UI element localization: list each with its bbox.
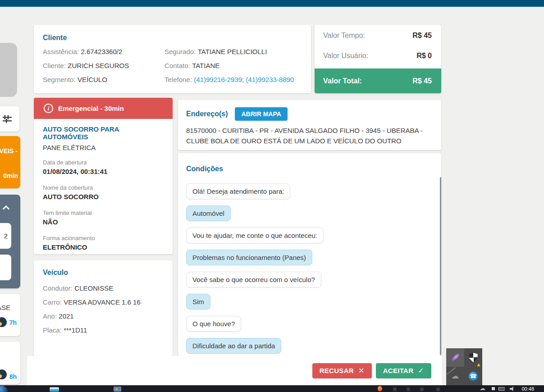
tray-pen-item[interactable] <box>446 348 464 367</box>
chat-bubble: Vou te ajudar, me conte o que aconteceu: <box>186 228 324 243</box>
address-card: Endereço(s) ABRIR MAPA 81570000 - CURITI… <box>178 100 441 150</box>
tray-defender-item[interactable]: ▲ <box>464 348 482 367</box>
tray-cloud-icon[interactable]: ☁ <box>480 385 485 392</box>
vertical-scrollbar[interactable] <box>440 177 441 355</box>
taskbar-browser-icon[interactable] <box>0 386 8 392</box>
sidebar-service-time: 0min <box>3 172 18 179</box>
info-icon: i <box>44 104 53 113</box>
service-card: AUTO SOCORRO PARA AUTOMÓVEIS PANE ELÉTRI… <box>34 119 173 254</box>
moon-icon <box>0 374 2 378</box>
warning-icon: ▲ <box>476 362 481 367</box>
chat-bubble: Problemas no funcionamento (Panes) <box>186 250 312 265</box>
chat-bubble: O que houve? <box>186 316 241 332</box>
address-card-title: Endereço(s) <box>186 110 228 118</box>
taskbar-tray-icon[interactable] <box>436 387 440 391</box>
taskbar-flame-icon[interactable] <box>377 386 383 392</box>
service-subtitle: PANE ELÉTRICA <box>43 144 164 151</box>
address-text: 81570000 - CURITIBA - PR - AVENIDA SALGA… <box>186 125 433 146</box>
conditions-card-title: Condições <box>186 165 433 173</box>
tray-overflow-flyout: ▲ ☁ ☎ <box>446 348 482 385</box>
tray-square-icon[interactable] <box>492 387 495 390</box>
open-map-button[interactable]: ABRIR MAPA <box>235 107 287 121</box>
vehicle-card-title: Veículo <box>43 269 164 277</box>
sidebar-service-text: VEIS - <box>0 147 18 155</box>
assistance-field: Assistência: 2.67423360/2 <box>43 48 165 56</box>
pen-icon <box>450 353 460 361</box>
vehicle-field: Condutor: CLEONISSE <box>43 284 164 292</box>
service-title: AUTO SOCORRO PARA AUTOMÓVEIS <box>43 125 164 141</box>
check-icon: ✓ <box>418 366 424 375</box>
sidebar-filter-button[interactable] <box>0 106 19 132</box>
vehicle-card: Veículo Condutor: CLEONISSE Carro: VERSA… <box>34 260 173 356</box>
taskbar-explorer-icon[interactable] <box>114 387 121 392</box>
taskbar-tray-icon[interactable] <box>393 387 397 391</box>
client-card-title: Cliente <box>43 34 302 42</box>
sidebar-item-case-2[interactable]: 8h <box>0 342 20 384</box>
chat-bubble: Dificuldade ao dar a partida <box>186 338 281 354</box>
filter-icon <box>2 114 13 124</box>
screen: VEIS - 0min 2 ASE 7h 8h Cliente Assistên… <box>0 0 544 392</box>
close-icon: ✕ <box>358 366 365 375</box>
avatar <box>0 369 7 379</box>
segment-field: Segmento: VEÍCULO <box>43 76 165 84</box>
phone-field: Telefone: (41)99216-2939; (41)99233-8890 <box>165 76 302 84</box>
taskbar-tray-icon[interactable] <box>420 387 424 391</box>
values-card: Valor Tempo: R$ 45 Valor Usuário: R$ 0 V… <box>315 25 441 93</box>
insured-field: Segurado: TATIANE PELLICIOLLI <box>165 48 302 56</box>
client-card: Cliente Assistência: 2.67423360/2 Client… <box>34 25 311 93</box>
action-footer: RECUSAR ✕ ACEITAR ✓ <box>27 356 442 385</box>
taskbar: ☁ 00:48 <box>0 385 544 392</box>
moon-icon <box>0 322 2 326</box>
chevron-up-icon <box>3 205 10 213</box>
vehicle-field: Ano: 2021 <box>43 312 164 320</box>
case-time-badge: 8h <box>9 373 17 380</box>
refuse-button[interactable]: RECUSAR ✕ <box>312 363 372 378</box>
value-user-row: Valor Usuário: R$ 0 <box>315 46 441 65</box>
client-field: Cliente: ZURICH SEGUROS <box>43 62 165 70</box>
accept-button[interactable]: ACEITAR ✓ <box>376 363 431 378</box>
contact-field: Contato: TATIANE <box>165 62 302 70</box>
sidebar-item-active-service[interactable]: VEIS - 0min <box>0 136 20 188</box>
chat-bubble: Você sabe o que ocorreu com o veículo? <box>186 272 321 287</box>
cloud-off-icon: ☁ <box>452 372 459 380</box>
taskbar-tray-icon[interactable] <box>407 387 410 391</box>
case-label: ASE <box>0 304 10 311</box>
service-field: Tem limite material NÃO <box>43 210 164 226</box>
shield-icon <box>469 353 478 362</box>
chat-bubble: Olá! Deseja atendimento para: <box>186 183 290 199</box>
sidebar-queue-panel[interactable]: 2 <box>0 195 20 288</box>
avatar <box>0 317 7 327</box>
value-total-row: Valor Total: R$ 45 <box>315 68 441 93</box>
tray-phone-item[interactable]: ☎ <box>464 367 482 385</box>
service-field: Data de abertura 01/08/2024, 00:31:41 <box>43 159 164 175</box>
taskbar-app-icon[interactable] <box>50 387 59 392</box>
phone-icon: ☎ <box>469 372 478 381</box>
tray-keyboard-icon[interactable] <box>498 387 505 391</box>
phone-link[interactable]: (41)99216-2939; (41)99233-8890 <box>194 76 294 83</box>
sidebar-collapsed-panel <box>0 43 17 97</box>
tray-speaker-icon[interactable] <box>510 387 515 391</box>
top-bar <box>0 0 544 7</box>
tray-onedrive-item[interactable]: ☁ <box>446 367 464 385</box>
case-time-badge: 7h <box>9 319 17 326</box>
explorer-accent <box>115 388 118 390</box>
chat-bubble: Sim <box>186 294 210 310</box>
chat-bubble: Automóvel <box>186 205 231 221</box>
vehicle-field: Placa: ***1D11 <box>43 326 164 334</box>
service-field: Nome da cobertura AUTO SOCORRO <box>43 184 164 201</box>
emergency-banner: i Emergencial - 30min <box>34 98 173 119</box>
service-field: Forma acionamento ELETRÔNICO <box>43 235 164 251</box>
queue-count-box[interactable]: 2 <box>0 223 11 249</box>
queue-empty-box[interactable] <box>0 255 11 280</box>
vehicle-field: Carro: VERSA ADVANCE 1.6 16 <box>43 298 164 306</box>
taskbar-clock[interactable]: 00:48 <box>521 386 534 392</box>
sidebar-item-case[interactable]: ASE 7h <box>0 294 20 336</box>
value-time-row: Valor Tempo: R$ 45 <box>315 26 441 45</box>
conditions-card: Condições Olá! Deseja atendimento para: … <box>178 153 441 356</box>
